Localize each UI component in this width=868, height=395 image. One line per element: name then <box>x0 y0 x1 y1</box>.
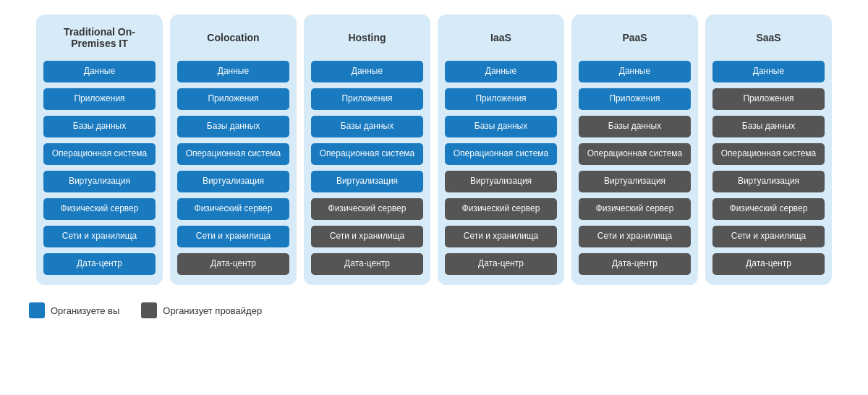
item-hosting-2[interactable]: Базы данных <box>311 116 423 137</box>
column-saas: SaaSДанныеПриложенияБазы данныхОперацион… <box>705 14 832 285</box>
item-saas-1[interactable]: Приложения <box>712 88 825 110</box>
item-iaas-1[interactable]: Приложения <box>445 88 557 110</box>
item-traditional-1[interactable]: Приложения <box>43 88 156 110</box>
item-hosting-3[interactable]: Операционная система <box>311 143 423 165</box>
item-paas-1[interactable]: Приложения <box>579 88 691 110</box>
item-iaas-2[interactable]: Базы данных <box>445 116 557 137</box>
item-hosting-4[interactable]: Виртуализация <box>311 171 423 192</box>
legend: Организуете вы Организует провайдер <box>29 302 854 318</box>
item-hosting-5[interactable]: Физический сервер <box>311 198 423 220</box>
item-iaas-5[interactable]: Физический сервер <box>445 198 557 220</box>
item-colocation-0[interactable]: Данные <box>177 61 289 82</box>
item-saas-7[interactable]: Дата-центр <box>712 253 825 275</box>
item-colocation-5[interactable]: Физический сервер <box>177 198 289 220</box>
item-traditional-2[interactable]: Базы данных <box>43 116 156 137</box>
item-colocation-2[interactable]: Базы данных <box>177 116 289 137</box>
column-traditional: Traditional On-Premises ITДанныеПриложен… <box>36 14 163 285</box>
column-hosting: HostingДанныеПриложенияБазы данныхОперац… <box>304 14 430 285</box>
item-colocation-4[interactable]: Виртуализация <box>177 171 289 192</box>
item-colocation-7[interactable]: Дата-центр <box>177 253 289 275</box>
item-colocation-3[interactable]: Операционная система <box>177 143 289 165</box>
legend-provider-label: Организует провайдер <box>163 305 262 316</box>
item-traditional-5[interactable]: Физический сервер <box>43 198 156 220</box>
item-traditional-3[interactable]: Операционная система <box>43 143 156 165</box>
item-saas-3[interactable]: Операционная система <box>712 143 825 165</box>
item-paas-2[interactable]: Базы данных <box>579 116 691 137</box>
column-colocation: ColocationДанныеПриложенияБазы данныхОпе… <box>170 14 297 285</box>
item-saas-6[interactable]: Сети и хранилища <box>712 226 825 247</box>
item-paas-0[interactable]: Данные <box>579 61 691 82</box>
item-iaas-6[interactable]: Сети и хранилища <box>445 226 557 247</box>
item-iaas-0[interactable]: Данные <box>445 61 557 82</box>
column-title-colocation: Colocation <box>207 25 259 51</box>
item-hosting-7[interactable]: Дата-центр <box>311 253 423 275</box>
column-title-paas: PaaS <box>622 25 647 51</box>
item-traditional-0[interactable]: Данные <box>43 61 156 82</box>
item-paas-5[interactable]: Физический сервер <box>579 198 691 220</box>
column-iaas: IaaSДанныеПриложенияБазы данныхОперацион… <box>438 14 564 285</box>
item-saas-4[interactable]: Виртуализация <box>712 171 825 192</box>
item-iaas-3[interactable]: Операционная система <box>445 143 557 165</box>
item-paas-4[interactable]: Виртуализация <box>579 171 691 192</box>
item-colocation-1[interactable]: Приложения <box>177 88 289 110</box>
item-iaas-7[interactable]: Дата-центр <box>445 253 557 275</box>
item-traditional-7[interactable]: Дата-центр <box>43 253 156 275</box>
main-container: Traditional On-Premises ITДанныеПриложен… <box>14 14 854 318</box>
legend-you: Организуете вы <box>29 302 119 318</box>
item-saas-2[interactable]: Базы данных <box>712 116 825 137</box>
item-paas-7[interactable]: Дата-центр <box>579 253 691 275</box>
item-paas-3[interactable]: Операционная система <box>579 143 691 165</box>
item-iaas-4[interactable]: Виртуализация <box>445 171 557 192</box>
item-hosting-6[interactable]: Сети и хранилища <box>311 226 423 247</box>
column-title-hosting: Hosting <box>348 25 386 51</box>
column-title-iaas: IaaS <box>490 25 511 51</box>
column-title-traditional: Traditional On-Premises IT <box>43 25 156 51</box>
column-paas: PaaSДанныеПриложенияБазы данныхОперацион… <box>571 14 698 285</box>
item-colocation-6[interactable]: Сети и хранилища <box>177 226 289 247</box>
item-hosting-0[interactable]: Данные <box>311 61 423 82</box>
item-traditional-4[interactable]: Виртуализация <box>43 171 156 192</box>
legend-blue-box <box>29 302 45 318</box>
item-paas-6[interactable]: Сети и хранилища <box>579 226 691 247</box>
item-saas-0[interactable]: Данные <box>712 61 825 82</box>
item-traditional-6[interactable]: Сети и хранилища <box>43 226 156 247</box>
item-hosting-1[interactable]: Приложения <box>311 88 423 110</box>
legend-provider: Организует провайдер <box>141 302 262 318</box>
columns-row: Traditional On-Premises ITДанныеПриложен… <box>14 14 854 285</box>
column-title-saas: SaaS <box>756 25 780 51</box>
item-saas-5[interactable]: Физический сервер <box>712 198 825 220</box>
legend-dark-box <box>141 302 157 318</box>
legend-you-label: Организуете вы <box>51 305 119 316</box>
